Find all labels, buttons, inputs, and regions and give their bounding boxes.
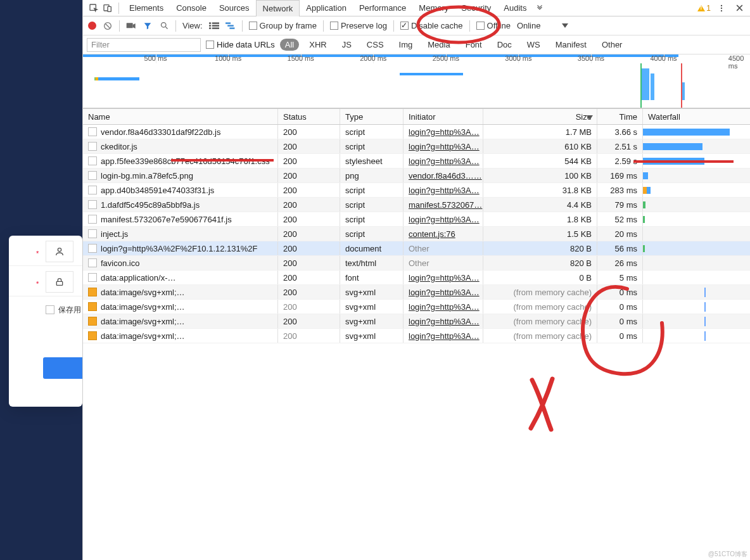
tab-audits[interactable]: Audits — [497, 0, 533, 16]
filter-img[interactable]: Img — [394, 39, 418, 51]
record-button[interactable] — [88, 22, 96, 30]
filter-js[interactable]: JS — [337, 39, 357, 51]
tab-performance[interactable]: Performance — [353, 0, 412, 16]
initiator-link[interactable]: login?g=http%3A… — [409, 288, 480, 297]
initiator-link[interactable]: login?g=http%3A… — [409, 331, 480, 341]
filter-all[interactable]: All — [280, 39, 299, 51]
col-size[interactable]: Size — [483, 109, 597, 124]
col-time[interactable]: Time — [597, 109, 643, 124]
col-type[interactable]: Type — [340, 109, 404, 124]
tab-application[interactable]: Application — [300, 0, 353, 16]
table-row[interactable]: data:image/svg+xml;…200svg+xmllogin?g=ht… — [83, 285, 750, 300]
file-icon — [88, 288, 97, 296]
col-waterfall[interactable]: Waterfall — [643, 109, 750, 124]
filter-manifest[interactable]: Manifest — [550, 39, 592, 51]
filter-input[interactable]: Filter — [87, 38, 201, 52]
table-row[interactable]: ckeditor.js200scriptlogin?g=http%3A…610 … — [83, 139, 750, 154]
table-row[interactable]: data:image/svg+xml;…200svg+xmllogin?g=ht… — [83, 314, 750, 329]
tab-network[interactable]: Network — [256, 0, 300, 16]
table-row[interactable]: favicon.ico200text/htmlOther820 B26 ms — [83, 256, 750, 270]
file-icon — [88, 215, 97, 224]
table-row[interactable]: login?g=http%3A%2F%2F10.1.12.131%2F200do… — [83, 241, 750, 256]
group-by-frame-checkbox[interactable]: Group by frame — [249, 21, 317, 30]
col-status[interactable]: Status — [278, 109, 340, 124]
settings-menu-icon[interactable] — [715, 1, 728, 15]
table-row[interactable]: 1.dafdf5c495c89a5bbf9a.js200scriptmanife… — [83, 198, 750, 212]
inspect-icon[interactable] — [87, 1, 101, 15]
cell-time: 3.66 s — [597, 125, 643, 139]
table-row[interactable]: app.d40b348591e474033f31.js200scriptlogi… — [83, 183, 750, 198]
initiator-link[interactable]: login?g=http%3A… — [409, 215, 480, 224]
remember-checkbox[interactable] — [46, 305, 54, 314]
cell-size: 0 B — [483, 270, 597, 284]
cell-initiator: login?g=http%3A… — [404, 125, 483, 139]
chevron-down-icon[interactable] — [562, 23, 568, 28]
view-list-icon[interactable] — [209, 21, 219, 31]
initiator-link[interactable]: vendor.f8a46d3…… — [409, 171, 482, 181]
timeline-tick: 2000 ms — [360, 54, 386, 62]
hide-data-urls-checkbox[interactable]: Hide data URLs — [206, 40, 275, 49]
filter-ws[interactable]: WS — [522, 39, 545, 51]
col-initiator[interactable]: Initiator — [404, 109, 483, 124]
svg-point-6 — [721, 7, 722, 8]
initiator-link[interactable]: login?g=http%3A… — [409, 142, 480, 151]
filter-icon[interactable] — [143, 21, 153, 31]
cell-initiator: login?g=http%3A… — [404, 329, 483, 343]
overview-bar — [400, 73, 463, 75]
svg-point-7 — [721, 10, 722, 11]
table-row[interactable]: inject.js200scriptcontent.js:761.5 KB20 … — [83, 227, 750, 241]
device-toggle-icon[interactable] — [101, 1, 115, 15]
filter-font[interactable]: Font — [461, 39, 487, 51]
table-row[interactable]: data:image/svg+xml;…200svg+xmllogin?g=ht… — [83, 300, 750, 314]
tab-memory[interactable]: Memory — [412, 0, 455, 16]
cell-initiator: login?g=http%3A… — [404, 139, 483, 153]
clear-icon[interactable] — [103, 21, 113, 31]
initiator-link[interactable]: login?g=http%3A… — [409, 317, 480, 326]
overview-marker — [651, 73, 654, 100]
preserve-log-checkbox[interactable]: Preserve log — [330, 21, 387, 30]
initiator-link[interactable]: login?g=http%3A… — [409, 186, 480, 195]
tab-console[interactable]: Console — [170, 0, 213, 16]
cell-initiator: manifest.5732067… — [404, 198, 483, 212]
filter-media[interactable]: Media — [423, 39, 455, 51]
camera-icon[interactable] — [126, 21, 136, 31]
filter-other[interactable]: Other — [597, 39, 628, 51]
disable-cache-checkbox[interactable]: Disable cache — [400, 21, 463, 30]
search-icon[interactable] — [159, 21, 169, 31]
warning-badge[interactable]: 1 — [697, 4, 711, 13]
timeline-tick: 2500 ms — [433, 54, 459, 62]
cell-time: 0 ms — [597, 314, 643, 328]
group-by-frame-label: Group by frame — [260, 21, 317, 30]
more-tabs-icon[interactable] — [533, 1, 547, 15]
timeline-overview[interactable]: 500 ms1000 ms1500 ms2000 ms2500 ms3000 m… — [83, 54, 750, 108]
initiator-link[interactable]: manifest.5732067… — [409, 200, 482, 210]
table-row[interactable]: data:application/x-…200fontlogin?g=http%… — [83, 270, 750, 285]
table-row[interactable]: app.f5fee339e868cb77ec416d56154c76f1.css… — [83, 154, 750, 169]
filter-xhr[interactable]: XHR — [304, 39, 331, 51]
initiator-link[interactable]: login?g=http%3A… — [409, 127, 480, 137]
online-select[interactable]: Online — [517, 21, 541, 30]
table-row[interactable]: data:image/svg+xml;…200svg+xmllogin?g=ht… — [83, 329, 750, 343]
initiator-link[interactable]: login?g=http%3A… — [409, 273, 480, 283]
initiator-link[interactable]: content.js:76 — [409, 229, 455, 239]
col-name[interactable]: Name — [83, 109, 278, 124]
table-row[interactable]: vendor.f8a46d33301daf9f22db.js200scriptl… — [83, 125, 750, 139]
table-row[interactable]: manifest.5732067e7e590677641f.js200scrip… — [83, 212, 750, 227]
offline-checkbox[interactable]: Offline — [476, 21, 511, 30]
tab-security[interactable]: Security — [455, 0, 497, 16]
cell-status: 200 — [278, 183, 340, 197]
table-row[interactable]: login-bg.min.a78efc5.png200pngvendor.f8a… — [83, 169, 750, 183]
lock-icon — [46, 271, 73, 293]
filter-doc[interactable]: Doc — [492, 39, 517, 51]
initiator-link[interactable]: login?g=http%3A… — [409, 156, 480, 166]
tab-elements[interactable]: Elements — [123, 0, 170, 16]
initiator-link[interactable]: login?g=http%3A… — [409, 302, 480, 312]
cell-name: data:image/svg+xml;… — [83, 329, 278, 343]
tab-sources[interactable]: Sources — [213, 0, 256, 16]
close-icon[interactable] — [732, 1, 746, 15]
view-waterfall-icon[interactable] — [226, 21, 236, 31]
file-icon — [88, 229, 97, 238]
watermark: @51CTO博客 — [708, 550, 747, 559]
filter-css[interactable]: CSS — [362, 39, 389, 51]
remember-label: 保存用 — [58, 305, 81, 315]
